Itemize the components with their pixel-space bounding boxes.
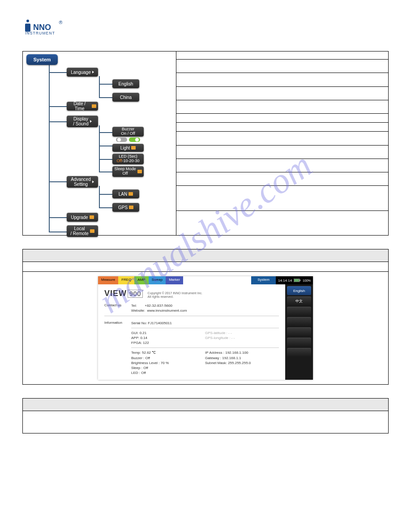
label: Sleep Mode Off [114,167,136,176]
label: Light [120,146,130,150]
menu-tree-diagram: System Language English China Date / Tim… [23,51,176,235]
system-diagram-table: System Language English China Date / Tim… [22,51,389,236]
side-btn-english[interactable]: English [287,286,311,295]
side-panel: English 中文 [285,284,313,380]
ip-value: IP Address : 192.168.1.100 [205,350,279,355]
toggle-icon [116,137,140,143]
node-lan: LAN [112,189,139,198]
gps-lat: GPS-latitude : - - [205,330,279,335]
tab-amp[interactable]: AMP [134,276,148,284]
desc-cell [176,186,389,210]
gateway-value: Gateway : 192.168.1.1 [205,356,279,360]
arrow-icon [92,180,94,183]
desc-cell [176,60,389,73]
mask-value: Subnet Mask: 255.255.255.0 [205,360,279,365]
off-label: Off [117,159,122,163]
info-panel: VIEW900 Copyright © 2017 INNO Instrument… [98,284,285,380]
svg-text:®: ® [59,20,63,25]
side-btn-chinese[interactable]: 中文 [287,296,311,305]
folder-icon [131,146,136,150]
desc-cell [176,210,389,235]
desc-cell [176,159,389,172]
node-upgrade: Upgrade [67,213,98,222]
node-advanced: Advanced Setting [67,176,98,188]
tab-sweep[interactable]: Sweep [149,276,166,284]
battery-text: 100% [303,279,311,282]
svg-point-6 [117,138,121,142]
battery-icon [294,279,301,282]
device-screenshot: Measure FREQ AMP Sweep Marker System 14:… [98,276,313,380]
desc-cell [176,172,389,185]
values: -10-20-30 [122,159,139,163]
node-gps: GPS [112,203,139,212]
gui-value: GUI: 0.21 [131,330,205,335]
app-value: APP: 0.14 [131,335,205,340]
brand-logo: NNO ® INSTRUMENT [22,18,389,38]
label: Language [71,70,91,75]
folder-icon [129,206,133,209]
desc-cell [176,114,389,123]
arrow-icon [90,120,92,123]
tab-bar: Measure FREQ AMP Sweep Marker System 14:… [98,276,313,284]
side-btn-empty[interactable] [287,327,311,336]
view-logo: VIEW900 [104,289,143,298]
info-label: Information [104,321,131,376]
contact-label: Contact us [104,303,131,313]
svg-text:INSTRUMENT: INSTRUMENT [25,31,55,35]
desc-cell [176,145,389,159]
tel-label: Tel: [131,304,137,308]
status-clock: 14:14:14 100% [276,276,313,284]
node-display: Display / Sound [67,116,98,127]
tab-system[interactable]: System [251,276,276,284]
desc-cell [176,100,389,113]
gps-lon: GPS-longitude : - - [205,335,279,340]
bottom-table [22,398,389,433]
desc-cell [176,132,389,145]
tab-marker[interactable]: Marker [166,276,183,284]
svg-point-8 [135,138,139,142]
side-btn-empty[interactable] [287,348,311,357]
desc-cell [176,123,389,132]
desc-cell [176,86,389,100]
folder-icon [92,104,96,108]
sleep-value: Sleep : Off [131,365,205,370]
serial-value: Serial No: FJ1714005011 [131,321,279,326]
web-label: Website: [131,309,145,313]
folder-icon [90,215,94,219]
label: LAN [119,192,127,197]
desc-cell [176,73,389,86]
table-title-row [23,262,389,272]
label: Advanced Setting [71,177,90,187]
buzzer-value: Buzzer : Off [131,356,205,360]
screenshot-table: Measure FREQ AMP Sweep Marker System 14:… [22,249,389,385]
label: GPS [118,205,128,210]
label: Local / Remote [70,226,89,236]
temp-value: Temp: 52.62 ℃ [131,350,205,355]
label: Display / Sound [73,116,88,126]
model-badge: 900 [128,290,143,298]
node-led: LED (Sec)Off-10-20-30 [112,154,144,164]
arrow-icon [92,71,94,73]
svg-point-0 [26,20,29,22]
folder-icon [128,192,133,196]
desc-cell [176,51,389,60]
brightness-value: Brightness Level : 70 % [131,360,205,365]
tab-freq[interactable]: FREQ [118,276,134,284]
fpga-value: FPGA: 122 [131,340,205,345]
copyright-text: Copyright © 2017 INNO Instrument Inc.All… [148,292,202,299]
side-btn-empty[interactable] [287,338,311,347]
node-light: Light [112,144,144,152]
tab-measure[interactable]: Measure [98,276,118,284]
node-sleep: Sleep Mode Off [112,166,144,177]
table-header [23,399,389,411]
svg-text:NNO: NNO [33,23,51,32]
node-datetime: Date / Time [67,102,98,111]
side-btn-empty[interactable] [287,317,311,326]
tel-value: +82-32-837-5600 [145,304,172,308]
side-btn-empty[interactable] [287,307,311,316]
node-english: English [112,79,139,88]
led-value: LED : Off [131,370,205,375]
label: Upgrade [71,215,88,220]
svg-rect-11 [300,279,300,281]
time-text: 14:14:14 [278,279,292,283]
